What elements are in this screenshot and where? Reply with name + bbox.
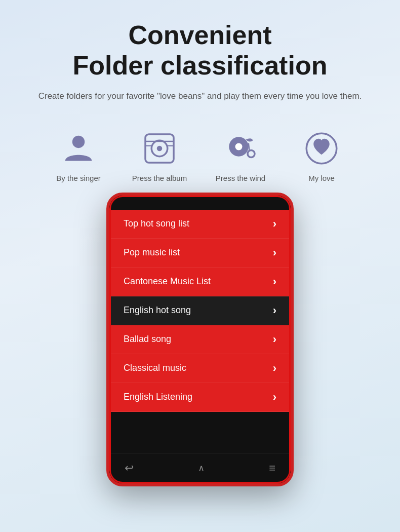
back-icon[interactable]: ↩ (125, 462, 134, 475)
phone-top-bar (109, 196, 291, 210)
header-subtitle: Create folders for your favorite "love b… (30, 89, 370, 103)
chevron-icon-classical: › (273, 362, 276, 375)
header-section: Convenient Folder classification Create … (0, 0, 400, 113)
singer-label: By the singer (56, 174, 101, 182)
album-label: Press the album (132, 174, 187, 182)
menu-icon[interactable]: ≡ (269, 462, 275, 475)
title-line2: Folder classification (73, 51, 328, 80)
svg-point-8 (235, 143, 243, 150)
phone-container: Top hot song list › Pop music list › Can… (0, 193, 400, 486)
chevron-icon-english-hot: › (273, 304, 276, 317)
menu-item-english-listening[interactable]: English Listening › (109, 383, 291, 412)
menu-item-ballad-label: Ballad song (124, 334, 171, 345)
chevron-icon-pop-music: › (273, 246, 276, 259)
menu-item-cantonese-label: Cantonese Music List (124, 276, 211, 287)
chevron-icon-ballad: › (273, 333, 276, 346)
menu-item-classical-label: Classical music (124, 363, 186, 373)
svg-line-10 (249, 143, 250, 151)
menu-item-english-listening-label: English Listening (124, 392, 192, 402)
love-icon (301, 128, 342, 169)
menu-item-cantonese[interactable]: Cantonese Music List › (109, 268, 291, 296)
icon-item-wind[interactable]: Press the wind (210, 128, 271, 182)
menu-item-pop-music[interactable]: Pop music list › (109, 239, 291, 268)
menu-item-classical[interactable]: Classical music › (109, 354, 291, 383)
icon-item-album[interactable]: Press the album (129, 128, 190, 182)
menu-item-ballad[interactable]: Ballad song › (109, 325, 291, 354)
phone-bottom-bar: ↩ ∧ ≡ (109, 453, 291, 483)
svg-point-3 (157, 146, 163, 151)
chevron-icon-cantonese: › (273, 275, 276, 288)
wind-label: Press the wind (216, 174, 265, 182)
wind-icon (220, 128, 261, 169)
page-title: Convenient Folder classification (30, 20, 370, 81)
icon-item-singer[interactable]: By the singer (48, 128, 109, 182)
home-chevron-icon[interactable]: ∧ (198, 463, 205, 474)
menu-list: Top hot song list › Pop music list › Can… (109, 210, 291, 453)
svg-point-9 (248, 150, 255, 157)
album-icon (139, 128, 180, 169)
chevron-icon-english-listening: › (273, 391, 276, 404)
chevron-icon-top-hot: › (273, 217, 276, 231)
title-line1: Convenient (128, 20, 271, 50)
menu-item-pop-music-label: Pop music list (124, 247, 180, 258)
phone-screen: Top hot song list › Pop music list › Can… (109, 210, 291, 453)
phone-mockup: Top hot song list › Pop music list › Can… (106, 193, 294, 486)
menu-item-top-hot-label: Top hot song list (124, 218, 189, 229)
menu-item-english-hot[interactable]: English hot song › (109, 296, 291, 325)
category-icons-row: By the singer Press the album (0, 128, 400, 182)
menu-item-top-hot[interactable]: Top hot song list › (109, 210, 291, 239)
svg-point-0 (72, 135, 85, 148)
menu-item-english-hot-label: English hot song (124, 305, 191, 316)
singer-icon (58, 128, 99, 169)
love-label: My love (308, 174, 335, 182)
icon-item-love[interactable]: My love (291, 128, 352, 182)
